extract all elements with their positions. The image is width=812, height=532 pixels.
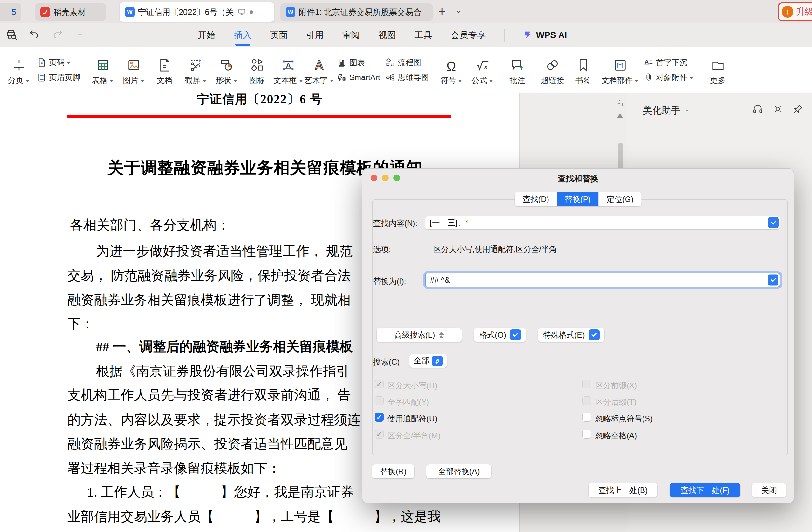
wps-writer-window: 5 稻壳素材 W 宁证信用〔2022〕6号（关 W 附件1: 北京证券交易所股票… (0, 0, 812, 532)
quick-access-chevron-icon[interactable] (73, 27, 87, 42)
symbol-button[interactable]: Ω 符号 (436, 50, 467, 90)
checkbox-match-case[interactable] (375, 380, 383, 389)
comment-button[interactable]: 批注 (502, 50, 533, 90)
chart-button[interactable]: 图表 (337, 58, 380, 68)
find-input[interactable]: [一二三]、* (425, 216, 781, 229)
checkbox-label[interactable]: 区分前缀(X) (595, 380, 637, 391)
checkbox-label[interactable]: 忽略空格(A) (595, 431, 637, 441)
checkbox-label[interactable]: 忽略标点符号(S) (595, 414, 653, 424)
hyperlink-button[interactable]: 超链接 (537, 50, 568, 90)
new-tab-button[interactable]: + (438, 4, 446, 18)
document-button[interactable]: 文档 (149, 50, 180, 90)
options-value: 区分大小写,使用通配符,区分全/半角 (433, 244, 557, 255)
icons-icon (250, 54, 265, 73)
scroll-up-arrow-icon[interactable] (617, 113, 623, 117)
checkbox-match-prefix[interactable] (582, 380, 591, 389)
checkbox-match-suffix[interactable] (582, 396, 591, 405)
document-number: 宁证信用〔2022〕6 号 (0, 91, 520, 108)
svg-text:x: x (484, 64, 488, 70)
find-history-dropdown-icon[interactable] (768, 218, 779, 228)
shapes-button[interactable]: 形状 (211, 50, 242, 90)
tab-docer[interactable]: 稻壳素材 (35, 3, 106, 21)
pin-icon[interactable] (793, 103, 803, 115)
checkbox-label[interactable]: 区分后缀(T) (595, 397, 637, 407)
smartart-icon (337, 73, 347, 82)
settings-gear-icon[interactable] (772, 103, 783, 115)
close-button[interactable]: 关闭 (752, 483, 786, 497)
smartart-button[interactable]: SmartArt (337, 73, 380, 82)
menu-wps-ai[interactable]: WPS AI (523, 30, 567, 40)
page-break-button[interactable]: 分页 (3, 50, 34, 90)
print-preview-icon[interactable] (4, 27, 19, 42)
checkbox-label[interactable]: 使用通配符(U) (388, 414, 437, 424)
document-line: 下： (67, 315, 94, 332)
overflow-tab[interactable]: 5 (0, 3, 21, 21)
checkbox-label[interactable]: 全字匹配(Y) (388, 397, 429, 407)
find-value: [一二三]、* (430, 218, 468, 228)
support-headset-icon[interactable] (752, 103, 763, 115)
search-direction-select[interactable]: 全部 (409, 354, 447, 367)
undo-icon[interactable] (27, 27, 42, 42)
menu-member[interactable]: 会员专享 (451, 24, 486, 47)
flowchart-button[interactable]: 流程图 (386, 57, 429, 68)
menu-insert[interactable]: 插入 (234, 24, 251, 47)
header-footer-icon (37, 73, 46, 82)
replace-all-button[interactable]: 全部替换(A) (426, 464, 491, 478)
icons-button[interactable]: 图标 (242, 50, 273, 90)
advanced-search-button[interactable]: 高级搜索(L) (377, 328, 462, 342)
menu-view[interactable]: 视图 (378, 24, 396, 47)
find-previous-button[interactable]: 查找上一处(B) (589, 483, 657, 497)
upgrade-button[interactable]: ↑ 升级 (778, 2, 812, 21)
replace-input[interactable]: ## ^& (425, 273, 781, 287)
table-button[interactable]: 表格 (87, 50, 118, 90)
bookmark-button[interactable]: 书签 (568, 50, 599, 90)
divider (98, 28, 98, 41)
find-replace-dialog: 查找和替换 查找(D) 替换(P) 定位(G) 查找内容(N): [一二三]、*… (362, 168, 794, 503)
special-format-dropdown-icon (589, 330, 599, 340)
tab-find[interactable]: 查找(D) (515, 192, 557, 207)
tab-list-chevron-icon[interactable] (454, 9, 463, 15)
svg-text:#: # (41, 61, 43, 65)
document-line: 各相关部门、各分支机构： (70, 216, 230, 234)
menu-review[interactable]: 审阅 (342, 24, 360, 47)
object-attachment-button[interactable]: 对象附件 (644, 72, 693, 83)
checkbox-use-wildcards[interactable] (375, 413, 383, 422)
checkbox-label[interactable]: 区分全/半角(M) (388, 431, 440, 441)
format-button[interactable]: 格式(O) (474, 328, 526, 342)
header-footer-button[interactable]: 页眉页脚 (37, 72, 81, 83)
tab-active-document[interactable]: W 宁证信用〔2022〕6号（关 (120, 2, 274, 22)
text-box-button[interactable]: A 文本框 (273, 50, 304, 90)
word-art-button[interactable]: AA 艺术字 (304, 50, 334, 90)
tab-replace[interactable]: 替换(P) (557, 192, 598, 207)
checkbox-whole-word[interactable] (375, 396, 383, 405)
special-format-button[interactable]: 特殊格式(E) (538, 328, 605, 342)
drop-cap-button[interactable]: A 首字下沉 (644, 57, 693, 68)
unsaved-dot-icon (249, 11, 253, 14)
checkbox-ignore-punctuation[interactable] (582, 413, 591, 422)
replace-button[interactable]: 替换(R) (372, 464, 415, 478)
picture-button[interactable]: 图片 (118, 50, 149, 90)
menu-tools[interactable]: 工具 (415, 24, 432, 47)
replace-value: ## ^& (430, 276, 450, 284)
checkbox-ignore-spaces[interactable] (582, 430, 591, 438)
checkbox-label[interactable]: 区分大小写(H) (388, 380, 437, 391)
beautify-panel-header[interactable]: 美化助手 (643, 104, 690, 117)
mind-map-button[interactable]: 思维导图 (386, 72, 429, 83)
document-part-button[interactable]: [=] 文档部件 (599, 50, 641, 90)
tab-attachment-document[interactable]: W 附件1: 北京证券交易所股票交易合 (280, 3, 433, 21)
ruler-toggle-icon[interactable] (616, 99, 624, 108)
menu-reference[interactable]: 引用 (306, 24, 324, 47)
replace-history-dropdown-icon[interactable] (768, 275, 779, 285)
screenshot-button[interactable]: 截屏 (180, 50, 211, 90)
menu-page[interactable]: 页面 (270, 24, 288, 47)
menu-home[interactable]: 开始 (198, 24, 215, 47)
dialog-titlebar[interactable]: 查找和替换 (362, 169, 794, 187)
checkbox-match-fullwidth[interactable] (375, 430, 383, 438)
find-next-button[interactable]: 查找下一处(F) (670, 483, 740, 497)
tab-goto[interactable]: 定位(G) (598, 192, 641, 207)
document-line: 支机构工作人员先与投资者进行双录前沟通， 告 (67, 387, 351, 403)
more-button[interactable]: 更多 (700, 50, 736, 90)
formula-button[interactable]: x 公式 (467, 50, 498, 90)
redo-icon[interactable] (50, 27, 64, 42)
page-number-button[interactable]: # 页码 (37, 57, 81, 68)
